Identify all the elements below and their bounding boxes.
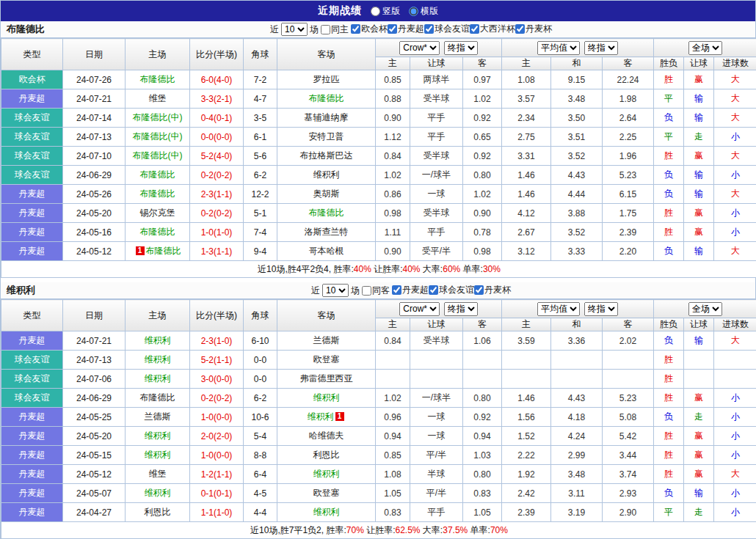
scope-select[interactable]: 全场 [688, 41, 722, 55]
layout-option-horizontal[interactable]: 横版 [409, 5, 438, 18]
same-venue-checkbox[interactable]: 同客 [362, 285, 390, 297]
col-odds-away: 客 [463, 57, 502, 70]
handicap-home-odds: 0.94 [376, 427, 410, 446]
league-filter-checkbox[interactable]: 丹麦杯 [474, 284, 511, 296]
odds-source-select[interactable]: Crow* [399, 41, 440, 55]
handicap-away-odds: 0.94 [463, 427, 502, 446]
odds-stage-select[interactable]: 终指 [444, 41, 478, 55]
result-handicap: 输 [684, 185, 714, 204]
col-date: 日期 [63, 300, 126, 331]
avg-home-odds: 1.46 [502, 185, 551, 204]
corner-count: 6-10 [244, 331, 277, 351]
league-filter-checkbox[interactable]: 欧会杯 [351, 23, 388, 35]
avg-source-select[interactable]: 平均值 [537, 41, 580, 55]
handicap-away-odds: 0.90 [463, 204, 502, 223]
horizontal-radio-label: 横版 [421, 5, 438, 18]
avg-away-odds: 2.20 [603, 242, 654, 261]
col-score: 比分(半场) [190, 39, 244, 70]
col-avg-draw: 和 [551, 318, 603, 331]
result-goals: 小 [714, 389, 756, 408]
handicap-line: 受平/半 [410, 242, 463, 261]
avg-stage-select[interactable]: 终指 [584, 302, 618, 316]
result-outcome: 胜 [654, 147, 684, 166]
league-checkbox-input[interactable] [392, 285, 401, 295]
vertical-radio[interactable] [371, 7, 380, 16]
league-filter-checkbox[interactable]: 球会友谊 [429, 284, 474, 296]
match-score: 0-2(0-2) [190, 204, 244, 223]
handicap-line: 受半球 [410, 331, 463, 351]
horizontal-radio[interactable] [409, 7, 418, 16]
league-filter-checkbox[interactable]: 丹麦超 [392, 284, 429, 296]
col-odds-away: 客 [463, 318, 502, 331]
scope-select[interactable]: 全场 [688, 302, 722, 316]
league-checkbox-input[interactable] [515, 24, 525, 34]
games-count-select[interactable]: 10 [281, 23, 308, 36]
odds-source-select[interactable]: Crow* [399, 302, 440, 316]
avg-draw-odds: 9.15 [551, 70, 603, 89]
match-row: 球会友谊 24-07-06 维积利 3-0(0-0) 0-0 弗雷德里西亚 胜 [1, 370, 756, 389]
result-outcome: 胜 [654, 465, 684, 484]
league-checkbox-input[interactable] [351, 24, 360, 34]
col-avg-away: 客 [603, 57, 654, 70]
avg-home-odds: 3.57 [502, 89, 551, 109]
corner-count: 0-0 [244, 351, 277, 370]
filter-controls: 近 10 场 同主 欧会杯丹麦超球会友谊大西洋杯丹麦杯 [68, 23, 754, 36]
same-venue-input[interactable] [362, 286, 371, 296]
result-outcome: 负 [654, 185, 684, 204]
league-filter-checkbox[interactable]: 丹麦超 [388, 23, 424, 35]
match-score: 2-3(1-0) [190, 331, 244, 351]
league-filter-checkbox[interactable]: 球会友谊 [424, 23, 470, 35]
result-handicap: 输 [684, 484, 714, 503]
handicap-line [410, 351, 463, 370]
result-goals: 小 [714, 427, 756, 446]
league-checkbox-input[interactable] [429, 285, 438, 295]
home-team-name: 兰德斯 [126, 408, 190, 427]
handicap-line: 受半球 [410, 89, 463, 109]
corner-count: 6-2 [244, 166, 277, 185]
home-team-name: 1布隆德比 [126, 242, 190, 261]
result-handicap: 输 [684, 331, 714, 351]
games-count-select[interactable]: 10 [322, 284, 349, 297]
avg-stage-select[interactable]: 终指 [584, 41, 618, 55]
league-checkbox-input[interactable] [388, 24, 397, 34]
result-outcome: 胜 [654, 223, 684, 242]
avg-odds-header: 平均值 终指 [502, 39, 654, 57]
result-goals: 小 [714, 128, 756, 147]
same-venue-checkbox[interactable]: 同主 [321, 23, 349, 36]
filter-controls: 近 10 场 同客 丹麦超球会友谊丹麦杯 [68, 284, 754, 297]
match-score: 1-0(1-0) [190, 223, 244, 242]
col-odds-home: 主 [376, 318, 410, 331]
match-date: 24-07-21 [63, 331, 126, 351]
avg-source-select[interactable]: 平均值 [537, 302, 580, 316]
away-team-name: 维积利1 [277, 408, 376, 427]
league-checkbox-input[interactable] [424, 24, 434, 34]
league-checkbox-input[interactable] [474, 285, 484, 295]
league-checkbox-input[interactable] [470, 24, 479, 34]
col-home: 主场 [126, 39, 190, 70]
match-row: 丹麦超 24-05-25 兰德斯 1-0(0-0) 10-6 维积利1 0.96… [1, 408, 756, 427]
avg-away-odds: 2.90 [603, 503, 654, 522]
league-filter-checkbox[interactable]: 丹麦杯 [515, 23, 552, 35]
away-team-name: 布拉格斯巴达 [277, 147, 376, 166]
handicap-home-odds: 0.98 [376, 204, 410, 223]
same-venue-input[interactable] [321, 25, 330, 34]
handicap-away-odds: 0.80 [463, 465, 502, 484]
result-goals: 小 [714, 503, 756, 522]
match-score: 0-4(0-1) [190, 109, 244, 128]
league-filter-checkbox[interactable]: 大西洋杯 [470, 23, 515, 35]
away-team-name: 兰德斯 [277, 331, 376, 351]
league-checkbox-label: 球会友谊 [435, 23, 470, 35]
result-outcome: 负 [654, 109, 684, 128]
handicap-odds-header: Crow* 终指 [376, 39, 502, 57]
avg-home-odds: 2.42 [502, 484, 551, 503]
odds-stage-select[interactable]: 终指 [444, 302, 478, 316]
avg-home-odds: 3.31 [502, 147, 551, 166]
match-score: 1-0(0-0) [190, 446, 244, 465]
team-name: 维积利 [2, 284, 68, 297]
match-score: 0-0(0-0) [190, 128, 244, 147]
layout-option-vertical[interactable]: 竖版 [371, 5, 400, 18]
match-rows: 丹麦超 24-07-21 维积利 2-3(1-0) 6-10 兰德斯 0.84 … [1, 331, 756, 522]
home-team-name: 维积利 [126, 484, 190, 503]
avg-home-odds: 3.12 [502, 242, 551, 261]
match-date: 24-06-29 [63, 166, 126, 185]
